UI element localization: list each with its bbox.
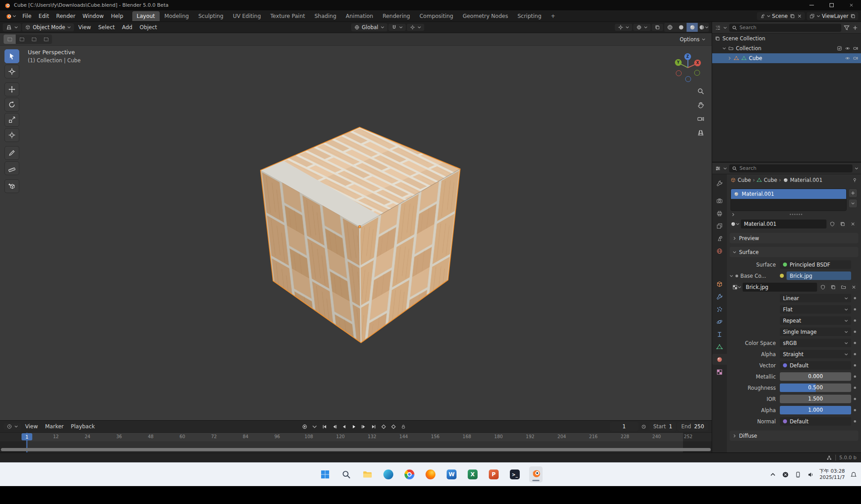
workspace-tab-geometry-nodes[interactable]: Geometry Nodes xyxy=(458,11,513,21)
tab-render[interactable] xyxy=(712,195,727,206)
workspace-tab-shading[interactable]: Shading xyxy=(310,11,341,21)
tool-annotate[interactable] xyxy=(4,146,19,160)
taskbar-clock[interactable]: 下午 03:28 2025/11/7 xyxy=(819,468,845,481)
add-workspace-button[interactable]: + xyxy=(546,11,560,21)
use-preview-range-toggle[interactable] xyxy=(639,422,648,431)
new-scene-icon[interactable] xyxy=(790,13,795,19)
start-button[interactable] xyxy=(318,466,332,482)
menu-edit[interactable]: Edit xyxy=(35,12,52,21)
tool-transform[interactable] xyxy=(4,128,19,142)
properties-editor-icon[interactable] xyxy=(715,165,721,172)
chrome-button[interactable] xyxy=(403,466,416,482)
gizmo-minus-x-axis[interactable] xyxy=(676,70,682,76)
gizmo-x-axis[interactable]: X xyxy=(694,60,701,66)
scene-selector[interactable]: Scene xyxy=(757,12,805,20)
keyframe-dot[interactable] xyxy=(851,409,858,411)
interpolation-dropdown[interactable]: Linear xyxy=(780,294,851,302)
tab-object-data[interactable] xyxy=(712,341,727,352)
powerpoint-button[interactable]: P xyxy=(487,466,500,482)
tool-rotate[interactable] xyxy=(4,98,19,112)
maximize-button[interactable] xyxy=(822,0,841,10)
workspace-tab-compositing[interactable]: Compositing xyxy=(415,11,457,21)
keying-dropdown[interactable] xyxy=(310,422,319,431)
ior-slider[interactable]: 1.500 xyxy=(780,395,851,403)
tool-select-box[interactable] xyxy=(4,49,19,63)
transform-orientation-dropdown[interactable]: Global xyxy=(351,23,387,31)
select-mode-intersect[interactable] xyxy=(40,34,52,44)
workspace-tab-sculpting[interactable]: Sculpting xyxy=(194,11,228,21)
extension-dropdown[interactable]: Repeat xyxy=(780,316,851,325)
notifications-button[interactable] xyxy=(849,470,857,478)
3d-viewport[interactable]: User Perspective (1) Collection | Cube xyxy=(0,46,712,420)
frame-start-field[interactable]: Start 1 xyxy=(649,422,676,431)
lock-toggle[interactable] xyxy=(399,422,408,431)
image-source-dropdown[interactable]: Single Image xyxy=(780,327,851,336)
breadcrumb-data[interactable]: Cube xyxy=(764,177,777,183)
viewport-menu-object[interactable]: Object xyxy=(136,23,160,32)
alpha-mode-dropdown[interactable]: Straight xyxy=(780,350,851,358)
select-mode-extend[interactable] xyxy=(16,34,28,44)
select-mode-subtract[interactable] xyxy=(28,34,40,44)
outliner-row-scene-collection[interactable]: Scene Collection xyxy=(712,34,861,43)
word-button[interactable]: W xyxy=(445,466,458,482)
viewport-menu-view[interactable]: View xyxy=(75,23,94,32)
metallic-slider[interactable]: 0.000 xyxy=(780,372,851,381)
workspace-tab-layout[interactable]: Layout xyxy=(132,11,160,21)
tab-world[interactable] xyxy=(712,246,727,256)
keyframe-jump-prev-button[interactable] xyxy=(379,422,388,431)
keyframe-dot[interactable] xyxy=(851,353,858,355)
tab-modifiers[interactable] xyxy=(712,291,727,302)
gizmo-minus-y-axis[interactable] xyxy=(694,70,700,76)
timeline-ruler[interactable]: 1224364860728496108120132144156168180192… xyxy=(0,432,712,452)
tool-move[interactable] xyxy=(4,82,19,96)
keyframe-jump-next-button[interactable] xyxy=(389,422,398,431)
image-copy-button[interactable] xyxy=(829,283,838,291)
viewport-menu-add[interactable]: Add xyxy=(119,23,135,32)
shading-wireframe-button[interactable] xyxy=(664,23,675,32)
keyframe-dot[interactable] xyxy=(851,319,858,322)
keyframe-dot[interactable] xyxy=(851,342,858,344)
tab-texture[interactable] xyxy=(712,366,727,377)
navigation-gizmo[interactable]: Z X Y xyxy=(672,52,704,83)
pan-button[interactable] xyxy=(696,100,705,110)
outliner-row-collection[interactable]: Collection xyxy=(712,43,861,53)
jump-to-end-button[interactable] xyxy=(369,422,378,431)
image-fake-user-button[interactable] xyxy=(818,283,827,291)
keyframe-dot[interactable] xyxy=(851,297,858,299)
minimize-button[interactable] xyxy=(802,0,822,10)
tool-3d-cursor[interactable] xyxy=(4,65,19,78)
workspace-tab-modeling[interactable]: Modeling xyxy=(160,11,194,21)
hide-eye-icon[interactable] xyxy=(845,56,850,61)
image-name-field[interactable]: Brick.jpg xyxy=(743,283,817,292)
outliner-row-cube[interactable]: Cube xyxy=(712,53,861,63)
shading-material-preview-button[interactable] xyxy=(687,23,698,32)
tab-view-layer[interactable] xyxy=(712,220,727,231)
menu-render[interactable]: Render xyxy=(52,12,79,21)
workspace-tab-scripting[interactable]: Scripting xyxy=(513,11,546,21)
keyframe-dot[interactable] xyxy=(851,308,858,310)
keyframe-dot[interactable] xyxy=(851,375,858,378)
keyframe-dot[interactable] xyxy=(851,364,858,366)
filter-icon[interactable] xyxy=(844,25,850,31)
snapping-dropdown[interactable] xyxy=(388,24,406,31)
timeline-scrollbar[interactable] xyxy=(1,448,711,451)
jump-to-start-button[interactable] xyxy=(320,422,329,431)
menu-file[interactable]: File xyxy=(19,12,35,21)
tab-material[interactable] xyxy=(712,354,727,365)
mode-dropdown[interactable]: Object Mode xyxy=(22,23,74,31)
pin-icon[interactable] xyxy=(852,177,857,183)
render-camera-icon[interactable] xyxy=(853,46,858,51)
play-button[interactable] xyxy=(349,422,358,431)
zoom-button[interactable] xyxy=(696,86,705,96)
tab-constraints[interactable] xyxy=(712,329,727,340)
auto-keying-button[interactable] xyxy=(300,422,309,431)
hide-eye-icon[interactable] xyxy=(845,46,850,51)
unlink-scene-icon[interactable] xyxy=(797,13,802,19)
gizmo-z-axis[interactable]: Z xyxy=(684,53,691,60)
taskbar-search-button[interactable] xyxy=(339,466,353,482)
select-mode-set[interactable] xyxy=(4,34,16,44)
playhead-badge[interactable]: 1 xyxy=(22,433,32,440)
excel-button[interactable]: X xyxy=(466,466,479,482)
editor-type-button[interactable] xyxy=(3,23,21,31)
gizmo-minus-z-axis[interactable] xyxy=(685,76,691,82)
